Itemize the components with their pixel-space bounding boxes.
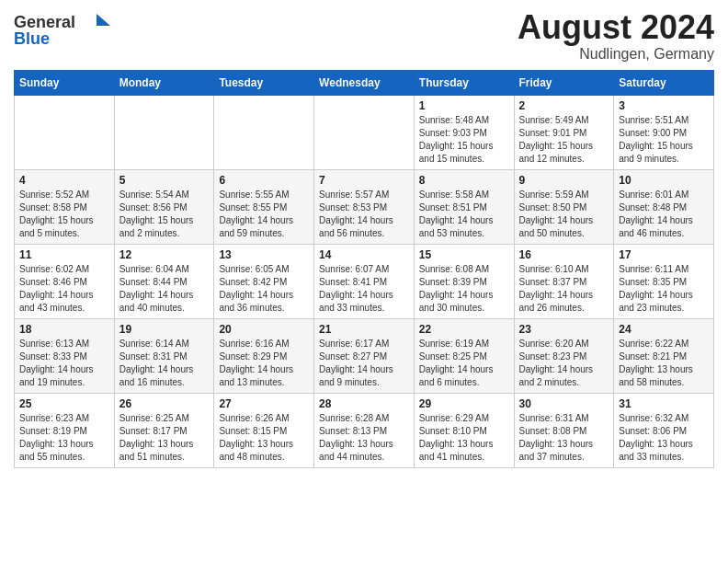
logo-icon: General Blue (14, 9, 115, 46)
day-info: Sunrise: 5:54 AM Sunset: 8:56 PM Dayligh… (119, 189, 210, 240)
weekday-header-monday: Monday (114, 70, 214, 95)
calendar-cell (114, 95, 214, 169)
day-number: 12 (119, 248, 210, 261)
day-number: 14 (319, 248, 409, 261)
day-number: 2 (519, 99, 609, 112)
day-info: Sunrise: 5:52 AM Sunset: 8:58 PM Dayligh… (19, 189, 109, 240)
calendar-cell: 16Sunrise: 6:10 AM Sunset: 8:37 PM Dayli… (514, 244, 614, 318)
day-number: 9 (519, 174, 609, 187)
day-info: Sunrise: 6:28 AM Sunset: 8:13 PM Dayligh… (319, 412, 409, 464)
day-number: 10 (619, 174, 709, 187)
day-info: Sunrise: 6:20 AM Sunset: 8:23 PM Dayligh… (519, 338, 609, 389)
calendar-table: SundayMondayTuesdayWednesdayThursdayFrid… (14, 70, 714, 468)
day-info: Sunrise: 6:32 AM Sunset: 8:06 PM Dayligh… (619, 412, 709, 464)
day-info: Sunrise: 6:25 AM Sunset: 8:17 PM Dayligh… (119, 412, 210, 464)
page-header: General Blue August 2024 Nudlingen, Germ… (14, 9, 714, 63)
day-info: Sunrise: 6:19 AM Sunset: 8:25 PM Dayligh… (419, 338, 509, 389)
calendar-cell: 18Sunrise: 6:13 AM Sunset: 8:33 PM Dayli… (15, 318, 115, 393)
calendar-body: 1Sunrise: 5:48 AM Sunset: 9:03 PM Daylig… (15, 95, 714, 467)
day-info: Sunrise: 5:48 AM Sunset: 9:03 PM Dayligh… (419, 114, 509, 166)
svg-marker-1 (97, 14, 110, 26)
day-number: 25 (19, 397, 109, 410)
day-info: Sunrise: 6:16 AM Sunset: 8:29 PM Dayligh… (219, 338, 309, 389)
day-number: 19 (119, 323, 210, 336)
weekday-header-saturday: Saturday (614, 70, 714, 95)
day-info: Sunrise: 6:05 AM Sunset: 8:42 PM Dayligh… (219, 263, 309, 315)
calendar-cell: 29Sunrise: 6:29 AM Sunset: 8:10 PM Dayli… (414, 393, 514, 467)
day-number: 27 (219, 397, 309, 410)
day-number: 20 (219, 323, 309, 336)
title-block: August 2024 Nudlingen, Germany (518, 9, 714, 63)
calendar-cell: 17Sunrise: 6:11 AM Sunset: 8:35 PM Dayli… (614, 244, 714, 318)
calendar-cell: 12Sunrise: 6:04 AM Sunset: 8:44 PM Dayli… (114, 244, 214, 318)
calendar-cell: 4Sunrise: 5:52 AM Sunset: 8:58 PM Daylig… (15, 169, 115, 244)
day-number: 28 (319, 397, 409, 410)
day-info: Sunrise: 6:02 AM Sunset: 8:46 PM Dayligh… (19, 263, 109, 315)
calendar-cell: 27Sunrise: 6:26 AM Sunset: 8:15 PM Dayli… (214, 393, 314, 467)
day-number: 6 (219, 174, 309, 187)
day-number: 21 (319, 323, 409, 336)
day-info: Sunrise: 6:23 AM Sunset: 8:19 PM Dayligh… (19, 412, 109, 464)
day-number: 31 (619, 397, 709, 410)
day-info: Sunrise: 6:31 AM Sunset: 8:08 PM Dayligh… (519, 412, 609, 464)
day-info: Sunrise: 5:57 AM Sunset: 8:53 PM Dayligh… (319, 189, 409, 240)
day-number: 24 (619, 323, 709, 336)
logo: General Blue (14, 9, 115, 46)
day-info: Sunrise: 6:08 AM Sunset: 8:39 PM Dayligh… (419, 263, 509, 315)
calendar-week-row: 1Sunrise: 5:48 AM Sunset: 9:03 PM Daylig… (15, 95, 714, 169)
day-number: 16 (519, 248, 609, 261)
calendar-week-row: 18Sunrise: 6:13 AM Sunset: 8:33 PM Dayli… (15, 318, 714, 393)
day-info: Sunrise: 6:17 AM Sunset: 8:27 PM Dayligh… (319, 338, 409, 389)
calendar-cell: 10Sunrise: 6:01 AM Sunset: 8:48 PM Dayli… (614, 169, 714, 244)
day-info: Sunrise: 6:01 AM Sunset: 8:48 PM Dayligh… (619, 189, 709, 240)
calendar-cell: 9Sunrise: 5:59 AM Sunset: 8:50 PM Daylig… (514, 169, 614, 244)
day-number: 23 (519, 323, 609, 336)
day-info: Sunrise: 6:10 AM Sunset: 8:37 PM Dayligh… (519, 263, 609, 315)
calendar-cell: 25Sunrise: 6:23 AM Sunset: 8:19 PM Dayli… (15, 393, 115, 467)
day-number: 26 (119, 397, 210, 410)
day-number: 17 (619, 248, 709, 261)
svg-text:General: General (14, 13, 75, 31)
calendar-cell: 5Sunrise: 5:54 AM Sunset: 8:56 PM Daylig… (114, 169, 214, 244)
calendar-cell (15, 95, 115, 169)
calendar-cell: 14Sunrise: 6:07 AM Sunset: 8:41 PM Dayli… (314, 244, 415, 318)
calendar-header: SundayMondayTuesdayWednesdayThursdayFrid… (15, 70, 714, 95)
day-info: Sunrise: 5:59 AM Sunset: 8:50 PM Dayligh… (519, 189, 609, 240)
calendar-cell: 3Sunrise: 5:51 AM Sunset: 9:00 PM Daylig… (614, 95, 714, 169)
calendar-cell: 26Sunrise: 6:25 AM Sunset: 8:17 PM Dayli… (114, 393, 214, 467)
calendar-cell: 22Sunrise: 6:19 AM Sunset: 8:25 PM Dayli… (414, 318, 514, 393)
weekday-header-sunday: Sunday (15, 70, 115, 95)
calendar-cell: 6Sunrise: 5:55 AM Sunset: 8:55 PM Daylig… (214, 169, 314, 244)
day-info: Sunrise: 6:14 AM Sunset: 8:31 PM Dayligh… (119, 338, 210, 389)
calendar-cell: 19Sunrise: 6:14 AM Sunset: 8:31 PM Dayli… (114, 318, 214, 393)
calendar-cell: 23Sunrise: 6:20 AM Sunset: 8:23 PM Dayli… (514, 318, 614, 393)
calendar-cell (214, 95, 314, 169)
weekday-header-thursday: Thursday (414, 70, 514, 95)
day-number: 5 (119, 174, 210, 187)
day-number: 11 (19, 248, 109, 261)
calendar-week-row: 11Sunrise: 6:02 AM Sunset: 8:46 PM Dayli… (15, 244, 714, 318)
calendar-cell: 13Sunrise: 6:05 AM Sunset: 8:42 PM Dayli… (214, 244, 314, 318)
svg-text:Blue: Blue (14, 29, 50, 46)
calendar-cell: 20Sunrise: 6:16 AM Sunset: 8:29 PM Dayli… (214, 318, 314, 393)
month-year-title: August 2024 (518, 9, 714, 46)
day-info: Sunrise: 6:13 AM Sunset: 8:33 PM Dayligh… (19, 338, 109, 389)
weekday-header-row: SundayMondayTuesdayWednesdayThursdayFrid… (15, 70, 714, 95)
calendar-cell: 24Sunrise: 6:22 AM Sunset: 8:21 PM Dayli… (614, 318, 714, 393)
day-number: 13 (219, 248, 309, 261)
day-info: Sunrise: 6:04 AM Sunset: 8:44 PM Dayligh… (119, 263, 210, 315)
calendar-cell: 21Sunrise: 6:17 AM Sunset: 8:27 PM Dayli… (314, 318, 415, 393)
day-info: Sunrise: 6:11 AM Sunset: 8:35 PM Dayligh… (619, 263, 709, 315)
calendar-cell (314, 95, 415, 169)
day-number: 7 (319, 174, 409, 187)
weekday-header-wednesday: Wednesday (314, 70, 415, 95)
day-number: 30 (519, 397, 609, 410)
calendar-cell: 28Sunrise: 6:28 AM Sunset: 8:13 PM Dayli… (314, 393, 415, 467)
weekday-header-friday: Friday (514, 70, 614, 95)
calendar-cell: 11Sunrise: 6:02 AM Sunset: 8:46 PM Dayli… (15, 244, 115, 318)
day-number: 29 (419, 397, 509, 410)
calendar-cell: 1Sunrise: 5:48 AM Sunset: 9:03 PM Daylig… (414, 95, 514, 169)
day-info: Sunrise: 5:51 AM Sunset: 9:00 PM Dayligh… (619, 114, 709, 166)
day-info: Sunrise: 5:58 AM Sunset: 8:51 PM Dayligh… (419, 189, 509, 240)
day-number: 15 (419, 248, 509, 261)
